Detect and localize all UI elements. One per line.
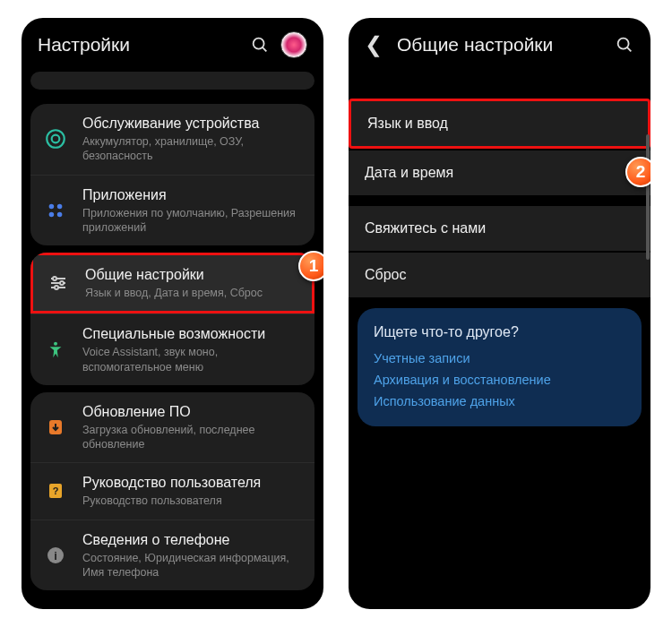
settings-group: Обновление ПО Загрузка обновлений, после… [30,392,314,590]
row-title: Сброс [365,267,407,282]
page-title: Общие настройки [397,34,604,56]
accessibility-icon [41,336,70,365]
row-title: Специальные возможности [82,325,302,343]
row-title: Обновление ПО [82,403,302,421]
settings-row-device-care[interactable]: Обслуживание устройства Аккумулятор, хра… [30,104,314,175]
list-overscroll [30,72,314,90]
row-title: Обслуживание устройства [82,115,302,133]
infobox-link-data-usage[interactable]: Использование данных [374,394,625,408]
about-icon: i [41,541,70,570]
row-title: Язык и ввод [367,116,448,131]
infobox-link-backup[interactable]: Архивация и восстановление [374,373,625,387]
update-icon [41,413,70,442]
looking-for-infobox: Ищете что-то другое? Учетные записи Архи… [358,308,642,426]
search-icon[interactable] [615,35,634,55]
settings-screen: Настройки Обслуживание устройства Аккуму… [22,18,323,609]
search-icon[interactable] [250,35,270,55]
svg-line-1 [263,47,266,51]
row-subtitle: Voice Assistant, звук моно, вспомогатель… [82,345,302,374]
row-subtitle: Руководство пользователя [82,494,302,508]
settings-group: Обслуживание устройства Аккумулятор, хра… [30,104,314,245]
profile-avatar[interactable] [280,31,307,58]
list-group: Свяжитесь с нами Сброс [349,206,650,297]
apps-icon [41,196,70,225]
row-date-time[interactable]: Дата и время [349,150,650,195]
row-subtitle: Загрузка обновлений, последнее обновлени… [82,423,302,452]
scrollbar[interactable] [646,134,650,260]
svg-point-5 [57,203,63,209]
settings-row-update[interactable]: Обновление ПО Загрузка обновлений, после… [30,392,314,463]
row-subtitle: Аккумулятор, хранилище, ОЗУ, безопасност… [82,134,302,164]
row-title: Свяжитесь с нами [365,220,486,236]
svg-line-21 [627,47,631,51]
svg-point-6 [49,212,55,218]
step-badge-1: 1 [298,251,323,281]
svg-point-0 [254,39,264,49]
svg-point-2 [47,131,65,149]
header: ❮ Общие настройки [349,18,650,72]
svg-text:i: i [54,549,57,563]
step-badge-2: 2 [625,157,650,187]
list-group: Язык и ввод Дата и время [349,99,650,195]
svg-point-3 [52,135,60,143]
settings-row-general[interactable]: Общие настройки Язык и ввод, Дата и врем… [30,253,314,314]
row-subtitle: Язык и ввод, Дата и время, Сброс [85,286,299,300]
device-care-icon [41,125,70,153]
settings-list: Язык и ввод Дата и время Свяжитесь с нам… [349,72,650,426]
infobox-title: Ищете что-то другое? [374,324,625,340]
page-title: Настройки [38,34,239,56]
svg-point-11 [53,277,56,280]
settings-group: Общие настройки Язык и ввод, Дата и врем… [30,253,314,385]
row-contact-us[interactable]: Свяжитесь с нами [349,206,650,251]
settings-row-about[interactable]: i Сведения о телефоне Состояние, Юридиче… [30,520,314,591]
settings-row-accessibility[interactable]: Специальные возможности Voice Assistant,… [30,314,314,385]
svg-point-7 [57,212,63,218]
svg-point-12 [60,281,64,285]
settings-list: Обслуживание устройства Аккумулятор, хра… [22,72,323,590]
row-title: Общие настройки [85,266,299,284]
sliders-icon [44,269,73,297]
row-title: Дата и время [365,165,453,180]
svg-point-13 [55,286,58,289]
row-title: Руководство пользователя [82,474,302,492]
row-reset[interactable]: Сброс [349,253,650,297]
row-title: Сведения о телефоне [82,531,302,549]
svg-point-4 [49,203,55,209]
manual-icon: ? [41,477,70,505]
row-title: Приложения [82,186,302,204]
header: Настройки [22,18,323,72]
svg-point-20 [618,39,629,49]
settings-row-manual[interactable]: ? Руководство пользователя Руководство п… [30,462,314,519]
settings-row-apps[interactable]: Приложения Приложения по умолчанию, Разр… [30,175,314,246]
svg-text:?: ? [53,485,59,496]
row-subtitle: Приложения по умолчанию, Разрешения прил… [82,206,302,236]
back-icon[interactable]: ❮ [365,34,386,56]
infobox-link-accounts[interactable]: Учетные записи [374,351,625,365]
general-settings-screen: ❮ Общие настройки Язык и ввод Дата и вре… [349,18,650,609]
row-language-input[interactable]: Язык и ввод [349,99,650,149]
row-subtitle: Состояние, Юридическая информация, Имя т… [82,551,302,580]
svg-point-14 [54,341,57,345]
